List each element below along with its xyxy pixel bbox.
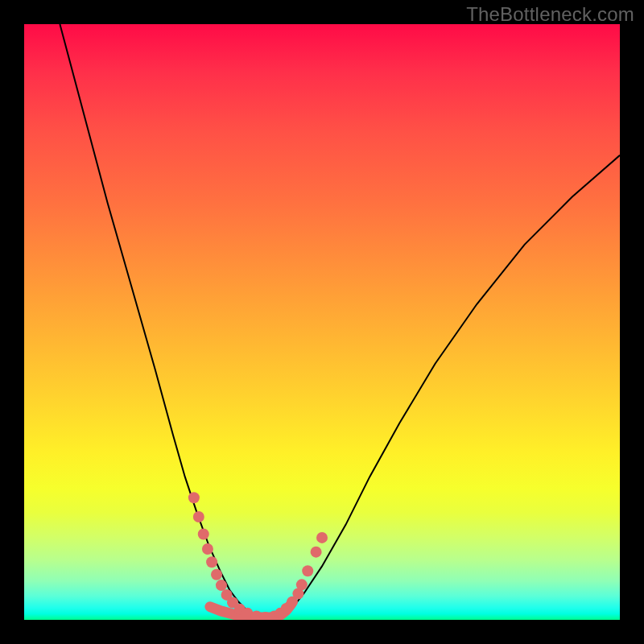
marker-dot xyxy=(206,556,217,568)
marker-dot xyxy=(311,547,322,558)
marker-dot xyxy=(296,579,308,590)
marker-dot xyxy=(202,543,213,555)
marker-dot xyxy=(302,565,313,576)
attribution-label: TheBottleneck.com xyxy=(466,3,634,26)
plot-area xyxy=(24,24,620,620)
marker-dot xyxy=(211,569,222,580)
marker-dot xyxy=(193,511,204,522)
chart-frame: TheBottleneck.com xyxy=(0,0,644,644)
marker-dot xyxy=(198,528,209,539)
marker-dot xyxy=(188,492,200,503)
marker-dot xyxy=(316,532,328,543)
chart-svg xyxy=(24,24,620,620)
marker-group xyxy=(188,492,328,620)
marker-dot xyxy=(216,580,227,591)
bottleneck-curve xyxy=(60,24,620,617)
